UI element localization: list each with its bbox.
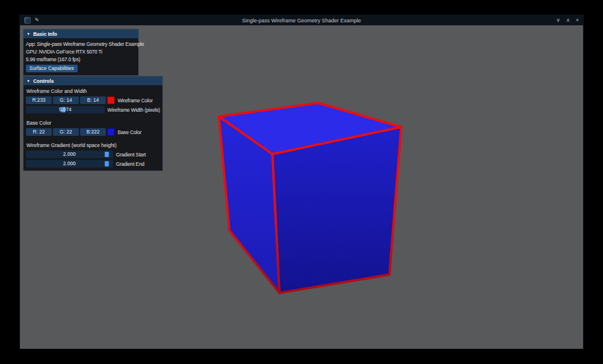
controls-title: Controls: [33, 78, 54, 84]
controls-header[interactable]: ▼ Controls: [24, 76, 162, 85]
cube-face-right: [272, 127, 401, 293]
gradient-end-label: Gradient End: [116, 161, 144, 167]
wireframe-g-drag[interactable]: G: 14: [53, 96, 79, 104]
base-g-drag[interactable]: G: 22: [53, 128, 79, 136]
wireframe-section-label: Wireframe Color and Width: [26, 88, 160, 95]
close-icon[interactable]: ×: [576, 15, 579, 25]
gradient-end-value: 2.000: [26, 160, 113, 168]
minimize-icon[interactable]: ∨: [557, 15, 561, 25]
wireframe-color-swatch[interactable]: [107, 96, 115, 104]
basic-info-panel: ▼ Basic Info App: Single-pass Wireframe …: [23, 29, 139, 76]
app-window: ✎ Single-pass Wireframe Geometry Shader …: [19, 15, 584, 349]
base-color-label: Base Color: [118, 129, 142, 135]
collapse-arrow-icon[interactable]: ▼: [26, 32, 30, 36]
wireframe-width-label: Wireframe Width (pixels): [108, 107, 160, 113]
base-color-swatch[interactable]: [107, 128, 115, 136]
base-color-section-label: Base Color: [26, 119, 160, 127]
frame-time-text: 5.99 ms/frame (167.0 fps): [26, 56, 136, 64]
app-name-text: App: Single-pass Wireframe Geometry Shad…: [26, 41, 136, 48]
base-b-drag[interactable]: B:222: [80, 128, 106, 136]
gradient-start-value: 2.000: [26, 151, 113, 158]
wireframe-width-value: 5.074: [26, 106, 105, 113]
basic-info-header[interactable]: ▼ Basic Info: [24, 29, 138, 38]
gradient-end-slider[interactable]: 2.000: [26, 160, 113, 168]
wireframe-r-drag[interactable]: R:233: [26, 96, 52, 104]
maximize-icon[interactable]: ∧: [566, 15, 570, 25]
base-r-drag[interactable]: R: 22: [26, 128, 52, 136]
controls-panel: ▼ Controls Wireframe Color and Width R:2…: [23, 76, 163, 171]
gradient-start-slider[interactable]: 2.000: [26, 151, 113, 158]
pin-icon[interactable]: ✎: [35, 17, 39, 24]
surface-capabilities-button[interactable]: Surface Capabilities: [26, 65, 78, 72]
wireframe-color-label: Wireframe Color: [118, 98, 153, 103]
wireframe-b-drag[interactable]: B: 14: [80, 96, 106, 104]
basic-info-title: Basic Info: [33, 31, 57, 37]
collapse-arrow-icon[interactable]: ▼: [26, 79, 30, 83]
gradient-start-label: Gradient Start: [116, 152, 146, 158]
gradient-section-label: Wireframe Gradient (world space height): [26, 142, 160, 149]
titlebar: ✎ Single-pass Wireframe Geometry Shader …: [20, 15, 583, 25]
window-title: Single-pass Wireframe Geometry Shader Ex…: [20, 18, 583, 24]
app-icon: [24, 17, 31, 24]
wireframe-width-slider[interactable]: 5.074: [26, 106, 105, 113]
gpu-name-text: GPU: NVIDIA GeForce RTX 5070 Ti: [26, 48, 136, 56]
